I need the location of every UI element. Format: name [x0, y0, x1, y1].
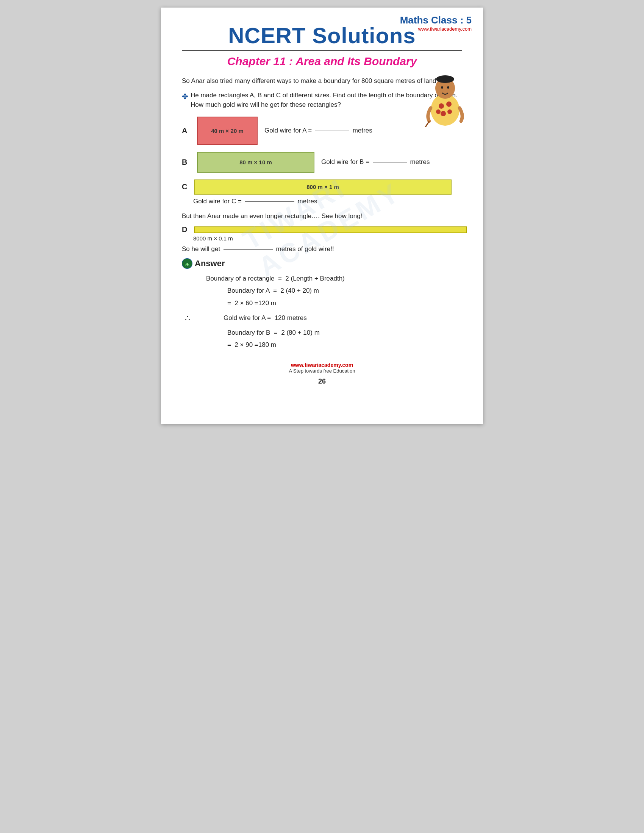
- rect-c-dims: 800 m × 1 m: [306, 183, 339, 190]
- website-url-header: www.tiwariacademy.com: [400, 26, 472, 32]
- rect-b-blank: [373, 162, 407, 162]
- rect-d-dims: 8000 m × 0.1 m: [193, 235, 462, 241]
- answer-col-formula: Boundary of a rectangle = 2 (Length + Br…: [204, 273, 462, 285]
- answer-col-label-3: [182, 297, 204, 309]
- answer-row-boundary-formula: Boundary of a rectangle = 2 (Length + Br…: [182, 273, 462, 285]
- answer-row-b2: = 2 × 90 =180 m: [182, 339, 462, 351]
- answer-col-label-1: [182, 273, 204, 285]
- rect-b-label: B: [182, 158, 190, 167]
- rectangle-c-section: C 800 m × 1 m Gold wire for C = metres: [182, 180, 462, 205]
- answer-col-label-b2: [182, 339, 204, 351]
- character-illustration: [422, 74, 468, 127]
- page: TIWARIACADEMY Maths Class : 5 www.tiwari…: [161, 8, 483, 424]
- rect-d-shape: [194, 227, 467, 233]
- answer-row-therefore-a: ∴ Gold wire for A = 120 metres: [182, 309, 462, 327]
- svg-point-8: [441, 86, 443, 88]
- page-footer: www.tiwariacademy.com A Step towards fre…: [182, 362, 462, 374]
- answer-col-b2: = 2 × 90 =180 m: [204, 339, 462, 351]
- bullet-text: He made rectangles A, B and C of differe…: [190, 90, 462, 110]
- tiwari-icon: [182, 258, 192, 269]
- so-he-blank: [224, 249, 273, 249]
- rectangle-b-section: B 80 m × 10 m Gold wire for B = metres: [182, 152, 462, 173]
- rect-c-blank: [245, 201, 295, 202]
- longer-rect-text: But then Anar made an even longer rectan…: [182, 211, 462, 221]
- rect-a-blank: [315, 130, 349, 131]
- therefore-symbol-a: ∴: [182, 309, 204, 327]
- svg-point-5: [436, 109, 441, 114]
- rect-c-row: C 800 m × 1 m: [182, 180, 462, 195]
- chapter-title: Chapter 11 : Area and Its Boundary: [182, 55, 462, 68]
- answer-content: Boundary of a rectangle = 2 (Length + Br…: [182, 273, 462, 351]
- svg-point-1: [439, 103, 444, 109]
- svg-point-7: [436, 76, 454, 83]
- top-header: Maths Class : 5 www.tiwariacademy.com: [400, 14, 472, 32]
- svg-point-2: [446, 101, 452, 107]
- answer-row-b1: Boundary for B = 2 (80 + 10) m: [182, 327, 462, 339]
- rect-d-row: D: [182, 225, 462, 234]
- answer-col-a1: Boundary for A = 2 (40 + 20) m: [204, 285, 462, 297]
- bullet-star-icon: ✤: [182, 91, 188, 110]
- rectangle-a-section: A 40 m × 20 m Gold wire for A = metres: [182, 117, 462, 145]
- so-he-text: So he will get metres of gold wire!!: [182, 245, 462, 253]
- svg-line-10: [424, 121, 429, 127]
- rect-a-shape: 40 m × 20 m: [197, 117, 258, 145]
- rectangle-d-section: D 8000 m × 0.1 m: [182, 225, 462, 241]
- title-divider: [182, 50, 462, 51]
- page-number: 26: [182, 378, 462, 386]
- footer-url: www.tiwariacademy.com: [182, 362, 462, 368]
- answer-header: Answer: [182, 258, 462, 269]
- rect-d-label: D: [182, 225, 190, 234]
- answer-table: Boundary of a rectangle = 2 (Length + Br…: [182, 273, 462, 351]
- rect-a-gold-wire: Gold wire for A = metres: [264, 127, 372, 134]
- maths-class-label: Maths Class : 5: [400, 14, 472, 26]
- footer-divider: [182, 355, 462, 355]
- rect-a-dims: 40 m × 20 m: [211, 128, 243, 134]
- rect-c-label: C: [182, 182, 190, 191]
- answer-col-a2: = 2 × 60 =120 m: [204, 297, 462, 309]
- bullet-item: ✤ He made rectangles A, B and C of diffe…: [182, 90, 462, 110]
- answer-row-a1: Boundary for A = 2 (40 + 20) m: [182, 285, 462, 297]
- answer-row-a2: = 2 × 60 =120 m: [182, 297, 462, 309]
- rect-b-gold-wire: Gold wire for B = metres: [321, 158, 430, 166]
- footer-tagline: A Step towards free Education: [182, 368, 462, 374]
- answer-col-gold-a: Gold wire for A = 120 metres: [204, 309, 462, 327]
- rect-b-dims: 80 m × 10 m: [240, 159, 272, 166]
- rect-a-label: A: [182, 127, 190, 135]
- svg-point-4: [448, 109, 452, 114]
- rect-c-gold-wire: Gold wire for C = metres: [193, 198, 462, 205]
- intro-text: So Anar also tried many different ways t…: [182, 76, 462, 86]
- answer-col-label-b1: [182, 327, 204, 339]
- svg-point-9: [447, 86, 449, 88]
- svg-point-3: [441, 111, 446, 116]
- answer-col-label-2: [182, 285, 204, 297]
- answer-col-b1: Boundary for B = 2 (80 + 10) m: [204, 327, 462, 339]
- rect-b-shape: 80 m × 10 m: [197, 152, 314, 173]
- answer-word: Answer: [195, 259, 225, 269]
- rect-c-shape: 800 m × 1 m: [194, 180, 452, 195]
